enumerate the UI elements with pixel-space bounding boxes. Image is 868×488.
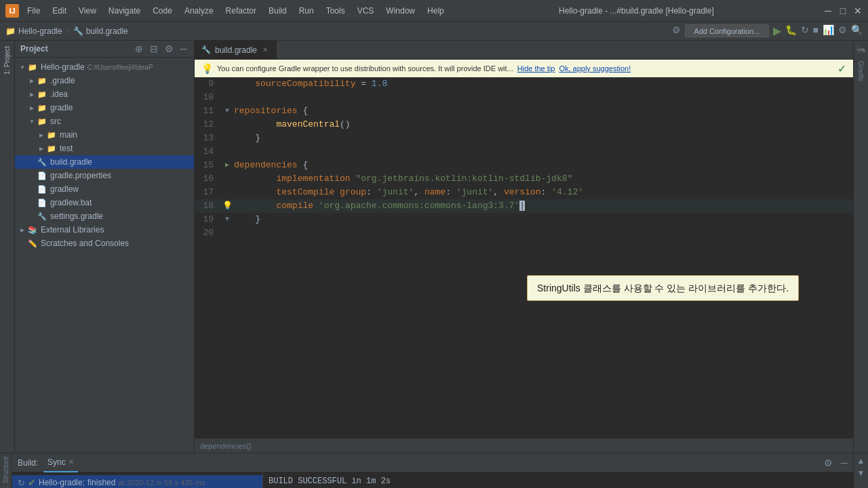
project-close-icon[interactable]: ─ bbox=[179, 43, 189, 54]
expand-down-icon[interactable]: ▼ bbox=[857, 468, 865, 478]
tree-ext-libs-icon: 📚 bbox=[27, 224, 38, 235]
stop-icon[interactable]: ■ bbox=[813, 24, 818, 37]
project-sync-icon[interactable]: ⊕ bbox=[134, 43, 144, 54]
breadcrumb-file[interactable]: build.gradle bbox=[86, 26, 128, 36]
tree-gradlew-bat[interactable]: 📄 gradlew.bat bbox=[15, 196, 194, 209]
tree-gradle-props-arrow bbox=[27, 171, 37, 180]
menu-edit[interactable]: Edit bbox=[47, 5, 72, 17]
fold-arrow-15[interactable]: ▶ bbox=[225, 159, 229, 172]
breadcrumb-actions: ⚙ Add Configuration... ▶ 🐛 ↻ ■ 📊 ⚙ 🔍 bbox=[672, 24, 863, 37]
tree-test-folder[interactable]: ▶ 📁 test bbox=[15, 142, 194, 155]
tree-build-gradle[interactable]: 🔧 build.gradle bbox=[15, 155, 194, 169]
tree-gradle-icon: 📁 bbox=[37, 75, 47, 86]
menu-analyze[interactable]: Analyze bbox=[179, 5, 219, 17]
menu-navigate[interactable]: Navigate bbox=[103, 5, 146, 17]
line-num-17: 17 bbox=[195, 186, 220, 199]
tree-gradle-props-label: gradle.properties bbox=[50, 171, 111, 180]
debug-icon[interactable]: 🐛 bbox=[785, 24, 797, 37]
menu-vcs[interactable]: VCS bbox=[352, 5, 380, 17]
code-line-19: 19 ▼ } bbox=[195, 213, 853, 226]
tab-sync[interactable]: Sync ✕ bbox=[43, 453, 78, 472]
main-layout: 1: Project Project ⊕ ⊟ ⚙ ─ ▼ 📁 Hello-gra… bbox=[0, 41, 868, 453]
tree-settings-gradle-arrow bbox=[27, 211, 37, 221]
tree-root[interactable]: ▼ 📁 Hello-gradle C:#Users#leeji#IdeaP bbox=[15, 60, 194, 74]
tree-root-arrow: ▼ bbox=[18, 62, 27, 72]
refresh-icon[interactable]: ↻ bbox=[801, 24, 809, 37]
tree-main-folder[interactable]: ▶ 📁 main bbox=[15, 128, 194, 142]
code-content-16: implementation "org.jetbrains.kotlin:kot… bbox=[234, 172, 853, 186]
build-item[interactable]: ↻ ✔ Hello-gradle: finished at 2020-12 m … bbox=[12, 475, 262, 488]
expand-up-icon[interactable]: ▲ bbox=[857, 456, 865, 466]
maximize-button[interactable]: □ bbox=[838, 6, 848, 16]
project-panel-toggle[interactable]: 1: Project bbox=[2, 43, 12, 77]
menu-window[interactable]: Window bbox=[380, 5, 420, 17]
run-button[interactable]: ▶ bbox=[773, 24, 781, 37]
code-line-18: 18 💡 compile 'org.apache.commons:commons… bbox=[195, 199, 853, 213]
tree-external-libs[interactable]: ▶ 📚 External Libraries bbox=[15, 223, 194, 237]
gradle-panel-toggle[interactable]: Gradle bbox=[856, 58, 866, 84]
tip-bar: 💡 You can configure Gradle wrapper to us… bbox=[195, 60, 853, 77]
tree-src-arrow: ▼ bbox=[27, 117, 37, 126]
minimize-button[interactable]: ─ bbox=[823, 6, 833, 16]
tree-gradle-properties[interactable]: 📄 gradle.properties bbox=[15, 169, 194, 182]
tree-root-icon: 📁 bbox=[27, 62, 38, 73]
line-num-12: 12 bbox=[195, 118, 220, 131]
tree-src-folder[interactable]: ▼ 📁 src bbox=[15, 115, 194, 128]
search-icon[interactable]: 🔍 bbox=[851, 24, 863, 37]
gutter-19: ▼ bbox=[220, 213, 234, 226]
fold-arrow-11[interactable]: ▼ bbox=[225, 104, 229, 118]
add-configuration-button[interactable]: Add Configuration... bbox=[685, 24, 768, 37]
menu-code[interactable]: Code bbox=[147, 5, 178, 17]
hide-tip-link[interactable]: Hide the tip bbox=[517, 64, 555, 73]
code-content-9: sourceCompatibility = 1.8 bbox=[234, 77, 853, 91]
tab-close-button[interactable]: ✕ bbox=[261, 46, 269, 54]
bottom-minimize-icon[interactable]: ─ bbox=[841, 458, 848, 468]
menu-refactor[interactable]: Refactor bbox=[220, 5, 262, 17]
tree-settings-gradle-label: settings.gradle bbox=[50, 211, 103, 221]
project-collapse-icon[interactable]: ⊟ bbox=[149, 43, 159, 54]
tree-gradle2-arrow: ▶ bbox=[27, 103, 37, 113]
tree-main-icon: 📁 bbox=[46, 129, 57, 140]
line-num-20: 20 bbox=[195, 226, 220, 240]
menu-build[interactable]: Build bbox=[263, 5, 292, 17]
menu-run[interactable]: Run bbox=[294, 5, 319, 17]
tree-test-arrow: ▶ bbox=[37, 144, 46, 153]
tree-gradle2-folder[interactable]: ▶ 📁 gradle bbox=[15, 101, 194, 115]
tree-test-icon: 📁 bbox=[46, 143, 57, 154]
settings-icon[interactable]: ⚙ bbox=[838, 24, 847, 37]
close-button[interactable]: ✕ bbox=[853, 6, 863, 16]
tree-settings-gradle-icon: 🔧 bbox=[37, 211, 47, 222]
tree-idea-folder[interactable]: ▶ 📁 .idea bbox=[15, 87, 194, 101]
tree-scratches[interactable]: ✏️ Scratches and Consoles bbox=[15, 237, 194, 250]
project-settings-icon[interactable]: ⚙ bbox=[163, 43, 175, 54]
bottom-settings-icon[interactable]: ⚙ bbox=[824, 458, 833, 468]
breadcrumb-project[interactable]: Hello-gradle bbox=[18, 26, 62, 36]
tree-gradle2-label: gradle bbox=[50, 103, 73, 113]
tree-ext-libs-label: External Libraries bbox=[41, 225, 104, 235]
menu-view[interactable]: View bbox=[73, 5, 102, 17]
tree-main-label: main bbox=[60, 130, 77, 140]
tree-gradle-folder[interactable]: ▶ 📁 .gradle bbox=[15, 74, 194, 87]
tab-sync-close[interactable]: ✕ bbox=[68, 458, 74, 466]
code-editor[interactable]: 9 sourceCompatibility = 1.8 10 11 ▼ repo… bbox=[195, 77, 853, 438]
fold-arrow-19[interactable]: ▼ bbox=[225, 213, 229, 226]
tree-gradlew[interactable]: 📄 gradlew bbox=[15, 182, 194, 196]
menu-help[interactable]: Help bbox=[422, 5, 450, 17]
structure-panel-toggle[interactable]: Z: Structure bbox=[1, 453, 11, 488]
bulb-icon-18[interactable]: 💡 bbox=[222, 199, 233, 213]
menu-tools[interactable]: Tools bbox=[321, 5, 351, 17]
apply-suggestion-link[interactable]: Ok, apply suggestion! bbox=[559, 64, 631, 73]
ant-icon[interactable]: 🐜 bbox=[854, 43, 867, 56]
coverage-icon[interactable]: 📊 bbox=[823, 24, 834, 37]
tree-settings-gradle[interactable]: 🔧 settings.gradle bbox=[15, 209, 194, 223]
line-num-19: 19 bbox=[195, 213, 220, 226]
tab-build-gradle[interactable]: 🔧 build.gradle ✕ bbox=[195, 41, 277, 60]
tree-gradlew-label: gradlew bbox=[50, 184, 79, 194]
menu-file[interactable]: File bbox=[22, 5, 45, 17]
line-num-18: 18 bbox=[195, 199, 220, 213]
tree-root-label: Hello-gradle bbox=[41, 62, 85, 72]
tree-build-gradle-label: build.gradle bbox=[50, 157, 92, 167]
code-tooltip: StringUtils 클래스를 사용할 수 있는 라이브러리를 추가한다. bbox=[527, 275, 799, 301]
build-refresh-icon[interactable]: ↻ bbox=[18, 478, 25, 488]
window-title: Hello-gradle - ...#build.gradle [Hello-g… bbox=[559, 6, 714, 16]
